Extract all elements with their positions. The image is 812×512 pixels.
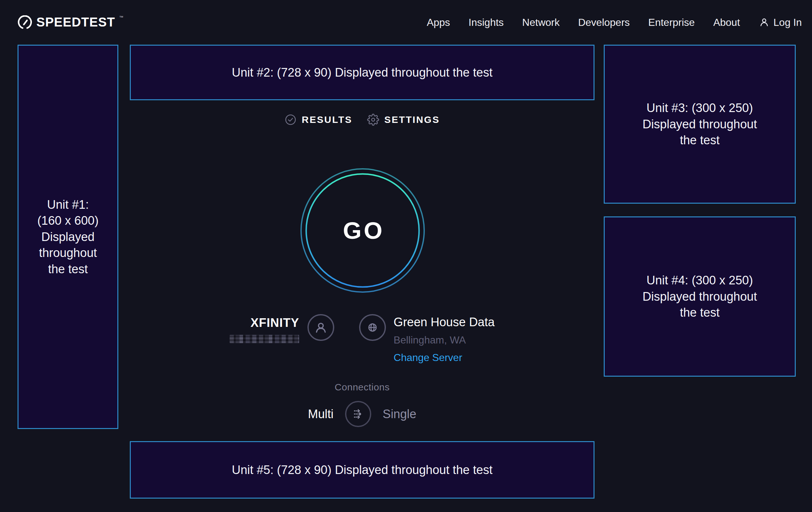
speedtest-logo[interactable]: SPEEDTEST ™	[18, 15, 123, 30]
logo-text: SPEEDTEST	[36, 15, 115, 29]
main-nav: Apps Insights Network Developers Enterpr…	[427, 17, 802, 28]
header: SPEEDTEST ™ Apps Insights Network Develo…	[0, 0, 812, 45]
login-label: Log In	[774, 17, 802, 28]
go-button[interactable]: GO	[300, 168, 425, 293]
tab-results-label: RESULTS	[302, 114, 352, 125]
isp-section: XFINITY	[230, 314, 334, 343]
gear-icon	[367, 114, 379, 126]
isp-name: XFINITY	[250, 316, 299, 330]
nav-item-apps[interactable]: Apps	[427, 17, 450, 28]
login-button[interactable]: Log In	[758, 17, 802, 28]
ad-unit-4-label: Unit #4: (300 x 250) Displayed throughou…	[642, 272, 757, 321]
server-info: Green House Data Bellingham, WA Change S…	[394, 314, 495, 363]
tab-settings[interactable]: SETTINGS	[367, 114, 440, 126]
go-label: GO	[300, 168, 425, 293]
globe-glyph-icon	[365, 320, 380, 335]
gauge-icon	[18, 15, 32, 30]
isp-text: XFINITY	[230, 314, 299, 343]
ad-unit-2[interactable]: Unit #2: (728 x 90) Displayed throughout…	[130, 45, 594, 100]
provider-row: XFINITY Green House Data Bellingham, WA …	[130, 314, 594, 363]
change-server-link[interactable]: Change Server	[394, 352, 462, 363]
ad-unit-3[interactable]: Unit #3: (300 x 250) Displayed throughou…	[604, 45, 796, 204]
server-name: Green House Data	[394, 315, 495, 329]
server-section: Green House Data Bellingham, WA Change S…	[359, 314, 495, 363]
ad-unit-5[interactable]: Unit #5: (728 x 90) Displayed throughout…	[130, 441, 594, 498]
ad-unit-1[interactable]: Unit #1: (160 x 600) Displayed throughou…	[18, 45, 118, 429]
person-icon	[758, 17, 770, 28]
ad-unit-1-label: Unit #1: (160 x 600) Displayed throughou…	[37, 197, 98, 277]
ad-unit-5-label: Unit #5: (728 x 90) Displayed throughout…	[232, 462, 492, 478]
connections-toggle[interactable]	[345, 401, 371, 427]
nav-item-network[interactable]: Network	[522, 17, 559, 28]
connections-row: Multi Single	[308, 401, 416, 427]
ad-unit-3-label: Unit #3: (300 x 250) Displayed throughou…	[642, 100, 757, 149]
blurred-ip-address	[230, 335, 299, 343]
connections-label: Connections	[335, 382, 389, 393]
nav-item-developers[interactable]: Developers	[578, 17, 630, 28]
ad-unit-4[interactable]: Unit #4: (300 x 250) Displayed throughou…	[604, 216, 796, 377]
multi-arrows-icon	[350, 406, 367, 422]
nav-item-insights[interactable]: Insights	[468, 17, 503, 28]
single-option[interactable]: Single	[383, 407, 416, 421]
server-location: Bellingham, WA	[394, 334, 466, 346]
user-icon[interactable]	[308, 314, 334, 341]
check-circle-icon	[285, 114, 297, 126]
multi-option[interactable]: Multi	[308, 407, 334, 421]
person-icon	[313, 320, 329, 335]
nav-item-enterprise[interactable]: Enterprise	[648, 17, 695, 28]
ad-unit-2-label: Unit #2: (728 x 90) Displayed throughout…	[232, 64, 492, 81]
results-settings-tabs: RESULTS SETTINGS	[130, 114, 594, 126]
tab-settings-label: SETTINGS	[384, 114, 440, 125]
tab-results[interactable]: RESULTS	[285, 114, 352, 126]
nav-item-about[interactable]: About	[713, 17, 740, 28]
logo-trademark: ™	[119, 15, 123, 20]
connections-section: Connections Multi Single	[130, 382, 594, 427]
globe-icon[interactable]	[359, 314, 386, 341]
